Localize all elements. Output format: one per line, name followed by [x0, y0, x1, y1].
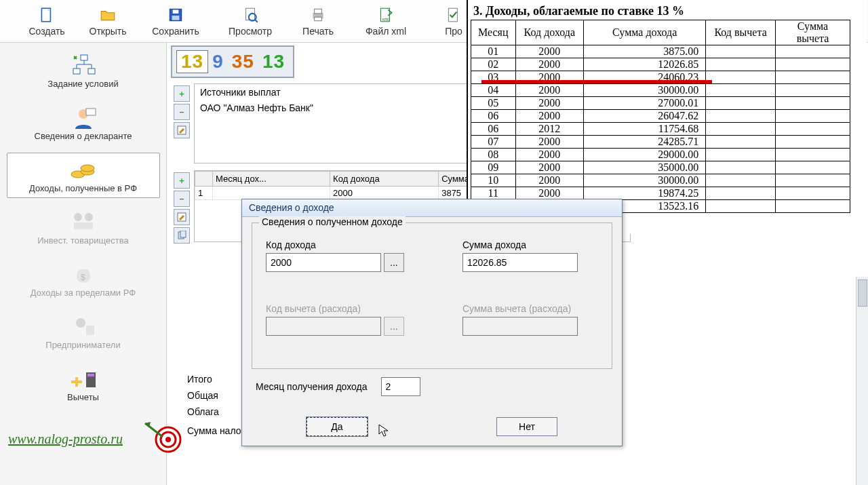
- svg-rect-13: [448, 8, 457, 22]
- save-label: Сохранить: [152, 26, 199, 37]
- open-label: Открыть: [90, 26, 127, 37]
- dialog-group-label: Сведения о полученном доходе: [259, 216, 406, 227]
- create-button[interactable]: Создать: [16, 0, 77, 42]
- tax-rate-tabs: 13 9 35 13: [171, 45, 294, 78]
- ref-row: 05200027000.01: [471, 97, 850, 110]
- income-dialog: Сведения о доходе Сведения о полученном …: [241, 199, 623, 446]
- person-icon: [9, 105, 158, 131]
- print-button[interactable]: Печать: [288, 0, 349, 42]
- col-code[interactable]: Код дохода: [330, 172, 439, 187]
- svg-rect-9: [315, 9, 322, 13]
- edit-income-button[interactable]: [174, 209, 190, 225]
- highlight-marker: [481, 80, 712, 83]
- code-picker-button[interactable]: ...: [384, 253, 404, 272]
- svg-point-38: [165, 437, 171, 442]
- nav-entrepreneurs: Предприниматели: [7, 309, 160, 355]
- add-income-button[interactable]: ＋: [174, 172, 190, 189]
- business-icon: [9, 314, 158, 340]
- svg-text:xml: xml: [382, 17, 390, 22]
- dedcode-label: Код вычета (расхода): [266, 303, 404, 314]
- edit-source-button[interactable]: [174, 122, 190, 138]
- xml-file-icon: xml: [376, 5, 395, 24]
- svg-rect-16: [88, 69, 95, 74]
- folder-open-icon: [98, 5, 117, 24]
- reference-table: Месяц Код дохода Сумма дохода Код вычета…: [471, 20, 850, 213]
- vertical-scrollbar[interactable]: [856, 277, 868, 485]
- ref-row: 07200024285.71: [471, 136, 850, 149]
- ref-row: 08200029000.00: [471, 149, 850, 161]
- svg-rect-35: [180, 231, 186, 237]
- ref-row: 04200030000.00: [471, 84, 850, 97]
- svg-text:$: $: [81, 273, 85, 282]
- create-label: Создать: [28, 26, 64, 37]
- remove-source-button[interactable]: －: [174, 104, 190, 120]
- nav-conditions-label: Задание условий: [47, 79, 118, 89]
- col-month[interactable]: Месяц дох...: [213, 172, 330, 187]
- ref-row: 06200026047.62: [471, 110, 850, 123]
- dedcode-picker-button: ...: [384, 317, 404, 336]
- income-code-input[interactable]: [266, 253, 381, 272]
- nav-income-rf[interactable]: Доходы, полученные в РФ: [7, 153, 160, 198]
- svg-rect-31: [87, 374, 94, 376]
- svg-point-26: [76, 318, 85, 328]
- handshake-icon: [9, 210, 158, 235]
- dialog-title: Сведения о доходе: [242, 199, 622, 217]
- svg-point-21: [81, 165, 94, 172]
- filexml-label: Файл xml: [366, 26, 406, 37]
- ref-row: 02200012026.85: [471, 58, 850, 71]
- save-button[interactable]: Сохранить: [138, 0, 213, 42]
- ref-row: 0120003875.00: [471, 45, 850, 58]
- dedsum-label: Сумма вычета (расхода): [462, 303, 578, 314]
- target-icon: [142, 414, 183, 454]
- rate-tab-35[interactable]: 35: [228, 51, 258, 73]
- nav-income-abroad-label: Доходы за пределами РФ: [31, 288, 136, 298]
- svg-point-23: [85, 213, 93, 221]
- code-label: Код дохода: [266, 239, 404, 250]
- remove-income-button[interactable]: －: [174, 191, 190, 207]
- preview-icon: [241, 5, 260, 24]
- nav-entrepreneurs-label: Предприниматели: [45, 340, 120, 350]
- ref-row: 06201211754.68: [471, 123, 850, 136]
- svg-rect-3: [173, 9, 179, 13]
- svg-rect-10: [315, 17, 322, 20]
- rate-tab-13b[interactable]: 13: [258, 51, 289, 73]
- dialog-yes-button[interactable]: Да: [307, 417, 368, 436]
- save-icon: [166, 5, 185, 24]
- add-source-button[interactable]: ＋: [174, 85, 190, 102]
- print-icon: [309, 5, 328, 24]
- filexml-button[interactable]: xml Файл xml: [349, 0, 423, 42]
- rate-tab-9[interactable]: 9: [208, 51, 228, 73]
- copy-income-button[interactable]: [174, 227, 190, 244]
- svg-rect-4: [172, 16, 180, 20]
- sum-label: Сумма дохода: [462, 239, 578, 250]
- preview-button[interactable]: Просмотр: [213, 0, 288, 42]
- refdoc-title: 3. Доходы, облагаемые по ставке 13 %: [473, 4, 861, 18]
- income-sum-input[interactable]: [462, 253, 578, 272]
- check-label: Про: [445, 26, 462, 37]
- svg-rect-14: [81, 55, 87, 60]
- nav-deductions[interactable]: Вычеты: [7, 362, 160, 407]
- svg-rect-29: [75, 377, 78, 387]
- svg-rect-18: [86, 109, 96, 115]
- calculator-icon: [9, 366, 158, 392]
- svg-rect-24: [74, 222, 93, 229]
- nav-conditions[interactable]: Задание условий: [7, 48, 160, 94]
- svg-line-7: [255, 20, 258, 22]
- month-label: Месяц получения дохода: [256, 381, 368, 392]
- income-month-input[interactable]: [381, 377, 420, 396]
- ref-row: 11200019874.25: [471, 187, 850, 200]
- tree-icon: [9, 53, 158, 79]
- print-label: Печать: [302, 26, 334, 37]
- rate-tab-13a[interactable]: 13: [176, 50, 208, 73]
- watermark-text: www.nalog-prosto.ru: [8, 431, 123, 447]
- nav-invest-label: Инвест. товарищества: [37, 235, 129, 246]
- preview-label: Просмотр: [229, 26, 272, 37]
- nav-declarant[interactable]: Сведения о декларанте: [7, 100, 160, 146]
- open-button[interactable]: Открыть: [77, 0, 138, 42]
- new-file-icon: [37, 5, 56, 24]
- moneybag-icon: $: [9, 262, 158, 288]
- check-icon: [444, 5, 463, 24]
- dialog-no-button[interactable]: Нет: [496, 417, 557, 436]
- deduction-sum-input: [462, 317, 578, 336]
- ref-row: 10200030000.00: [471, 174, 850, 187]
